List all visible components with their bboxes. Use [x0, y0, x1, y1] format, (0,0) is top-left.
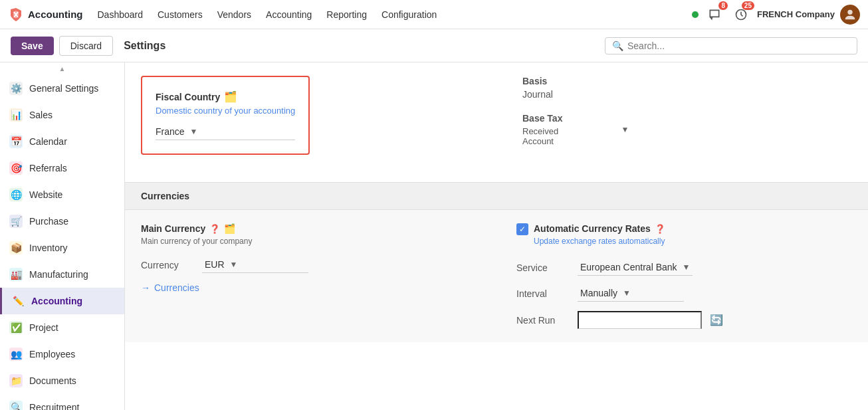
nav-right: 8 25 FRENCH Company	[692, 4, 860, 25]
fiscal-title: Fiscal Country 🗂️	[156, 90, 295, 103]
fiscal-title-text: Fiscal Country	[156, 92, 220, 102]
auto-currency-label: Automatic Currency Rates ❓	[534, 223, 665, 234]
toolbar: Save Discard Settings 🔍	[0, 29, 868, 62]
sidebar-item-manufacturing[interactable]: 🏭 Manufacturing	[0, 261, 124, 288]
content-area: Fiscal Country 🗂️ Domestic country of yo…	[125, 62, 868, 410]
sidebar-scroll-up: ▲	[0, 62, 124, 75]
page-title: Settings	[124, 40, 165, 52]
app-brand: Accounting	[28, 9, 83, 20]
sidebar-item-referrals[interactable]: 🎯 Referrals	[0, 155, 124, 181]
base-tax-sublabel: Received	[522, 126, 562, 136]
sales-icon: 📊	[9, 108, 23, 122]
main-currency-grid-icon: 🗂️	[224, 223, 235, 234]
base-tax-label: Base Tax	[522, 113, 562, 124]
interval-select[interactable]: Manually ▼	[578, 285, 684, 302]
sidebar-item-project[interactable]: ✅ Project	[0, 314, 124, 341]
sidebar-item-inventory[interactable]: 📦 Inventory	[0, 235, 124, 261]
sidebar-label-sales: Sales	[29, 110, 53, 120]
fiscal-subtitle: Domestic country of your accounting	[156, 106, 295, 116]
fiscal-country-dropdown[interactable]: France ▼	[156, 126, 295, 140]
currency-row: Currency EUR ▼	[141, 256, 477, 273]
nav-configuration[interactable]: Configuration	[375, 7, 443, 23]
currency-select-value: EUR	[205, 259, 225, 270]
main-currency-label: Main Currency ❓ 🗂️	[141, 223, 477, 234]
fiscal-country-icon: 🗂️	[224, 90, 237, 103]
documents-icon: 📁	[9, 374, 23, 387]
main-currency-section: Main Currency ❓ 🗂️ Main currency of your…	[141, 223, 503, 329]
main-currency-sublabel: Main currency of your company	[141, 237, 477, 246]
sidebar-item-documents[interactable]: 📁 Documents	[0, 367, 124, 394]
sidebar-item-recruitment[interactable]: 🔍 Recruitment	[0, 394, 124, 410]
sidebar-label-documents: Documents	[29, 375, 76, 386]
purchase-icon: 🛒	[9, 215, 23, 228]
currency-select[interactable]: EUR ▼	[202, 256, 308, 273]
chat-button[interactable]: 8	[704, 4, 725, 25]
sidebar-label-website: Website	[29, 189, 62, 200]
next-run-label: Next Run	[516, 315, 570, 326]
refresh-icon[interactable]: 🔄	[710, 314, 723, 326]
sidebar-item-calendar[interactable]: 📅 Calendar	[0, 128, 124, 155]
nav-vendors[interactable]: Vendors	[211, 7, 258, 23]
currencies-link[interactable]: → Currencies	[141, 282, 477, 293]
currency-field-label: Currency	[141, 260, 194, 270]
clock-icon	[734, 8, 748, 21]
interval-row: Interval Manually ▼	[516, 285, 852, 302]
sidebar-item-general-settings[interactable]: ⚙️ General Settings	[0, 75, 124, 102]
sidebar-label-project: Project	[29, 322, 58, 333]
currencies-body: Main Currency ❓ 🗂️ Main currency of your…	[125, 210, 868, 342]
avatar-icon	[843, 7, 857, 22]
base-tax-row: Base Tax Received Account ▼	[522, 113, 841, 146]
manufacturing-icon: 🏭	[9, 268, 23, 281]
service-select[interactable]: European Central Bank ▼	[578, 259, 693, 276]
nav-reporting[interactable]: Reporting	[320, 7, 374, 23]
search-icon: 🔍	[612, 41, 623, 51]
interval-dropdown-arrow: ▼	[623, 288, 631, 298]
search-input[interactable]	[627, 41, 850, 51]
company-name: FRENCH Company	[757, 9, 835, 19]
nav-accounting[interactable]: Accounting	[259, 7, 318, 23]
currencies-link-arrow: →	[141, 282, 150, 293]
website-icon: 🌐	[9, 188, 23, 201]
fiscal-country-value: France	[156, 126, 185, 137]
sidebar-item-employees[interactable]: 👥 Employees	[0, 341, 124, 367]
sidebar-label-inventory: Inventory	[29, 243, 68, 253]
discard-button[interactable]: Discard	[59, 36, 113, 56]
app-logo[interactable]: Accounting	[8, 7, 83, 23]
base-tax-account: Account	[522, 136, 562, 146]
accounting-icon: ✏️	[11, 294, 25, 308]
base-tax-dropdown-arrow: ▼	[621, 125, 629, 134]
calendar-icon: 📅	[9, 135, 23, 148]
nav-dashboard[interactable]: Dashboard	[91, 7, 150, 23]
status-indicator	[692, 11, 699, 18]
auto-currency-help-icon[interactable]: ❓	[655, 224, 665, 234]
save-button[interactable]: Save	[11, 37, 54, 55]
interval-label: Interval	[516, 288, 570, 299]
fiscal-country-card: Fiscal Country 🗂️ Domestic country of yo…	[141, 76, 310, 155]
employees-icon: 👥	[9, 348, 23, 361]
main-currency-help-icon[interactable]: ❓	[209, 224, 220, 234]
sidebar-label-employees: Employees	[29, 349, 75, 359]
currencies-section: Currencies Main Currency ❓ 🗂️ Main curre…	[125, 182, 868, 342]
service-label: Service	[516, 262, 570, 273]
sidebar-label-calendar: Calendar	[29, 136, 67, 147]
sidebar-item-website[interactable]: 🌐 Website	[0, 181, 124, 208]
recruitment-icon: 🔍	[9, 401, 23, 410]
next-run-input[interactable]	[578, 311, 702, 329]
clock-badge: 25	[742, 1, 754, 10]
sidebar-item-sales[interactable]: 📊 Sales	[0, 102, 124, 128]
main-layout: ▲ ⚙️ General Settings 📊 Sales 📅 Calendar…	[0, 62, 868, 410]
currencies-title: Currencies	[141, 191, 189, 201]
auto-currency-header: ✓ Automatic Currency Rates ❓ Update exch…	[516, 223, 852, 256]
clock-button[interactable]: 25	[730, 4, 752, 25]
user-avatar[interactable]	[840, 5, 860, 25]
service-dropdown-arrow: ▼	[683, 262, 691, 272]
sidebar-item-accounting[interactable]: ✏️ Accounting	[0, 288, 124, 314]
sidebar-item-purchase[interactable]: 🛒 Purchase	[0, 208, 124, 235]
top-navigation: Accounting Dashboard Customers Vendors A…	[0, 0, 868, 29]
currencies-link-label: Currencies	[154, 282, 199, 293]
nav-customers[interactable]: Customers	[151, 7, 209, 23]
logo-icon	[8, 7, 24, 23]
auto-currency-checkbox[interactable]: ✓	[516, 223, 528, 235]
currencies-header: Currencies	[125, 183, 868, 210]
referrals-icon: 🎯	[9, 161, 23, 175]
